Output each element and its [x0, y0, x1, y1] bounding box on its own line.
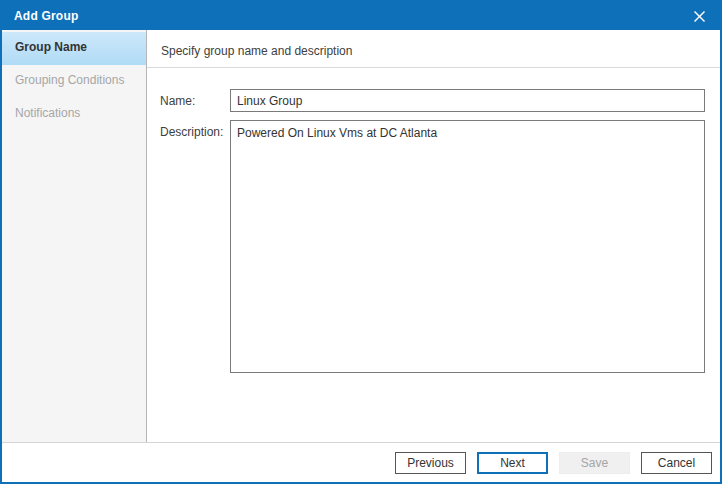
add-group-dialog: Add Group Group Name Grouping Conditions…	[0, 0, 722, 484]
description-textarea[interactable]: Powered On Linux Vms at DC Atlanta	[230, 120, 705, 373]
dialog-body: Group Name Grouping Conditions Notificat…	[2, 30, 720, 442]
wizard-steps-sidebar: Group Name Grouping Conditions Notificat…	[2, 30, 147, 442]
name-input[interactable]	[230, 89, 705, 112]
cancel-button[interactable]: Cancel	[641, 452, 712, 474]
description-label: Description:	[160, 120, 230, 139]
name-row: Name:	[160, 89, 705, 112]
previous-button[interactable]: Previous	[395, 452, 466, 474]
description-row: Description: Powered On Linux Vms at DC …	[160, 120, 705, 373]
group-form: Name: Description: Powered On Linux Vms …	[147, 68, 720, 373]
sidebar-item-group-name[interactable]: Group Name	[2, 32, 146, 65]
titlebar: Add Group	[2, 2, 720, 30]
step-content: Specify group name and description Name:…	[147, 30, 720, 442]
window-title: Add Group	[14, 9, 78, 23]
footer-buttons: Previous Next Save Cancel	[2, 442, 720, 482]
close-icon[interactable]	[688, 5, 710, 27]
sidebar-item-grouping-conditions[interactable]: Grouping Conditions	[2, 65, 146, 98]
step-header: Specify group name and description	[147, 30, 720, 68]
save-button[interactable]: Save	[559, 452, 630, 474]
next-button[interactable]: Next	[477, 452, 548, 474]
name-label: Name:	[160, 94, 230, 108]
sidebar-item-notifications[interactable]: Notifications	[2, 98, 146, 131]
